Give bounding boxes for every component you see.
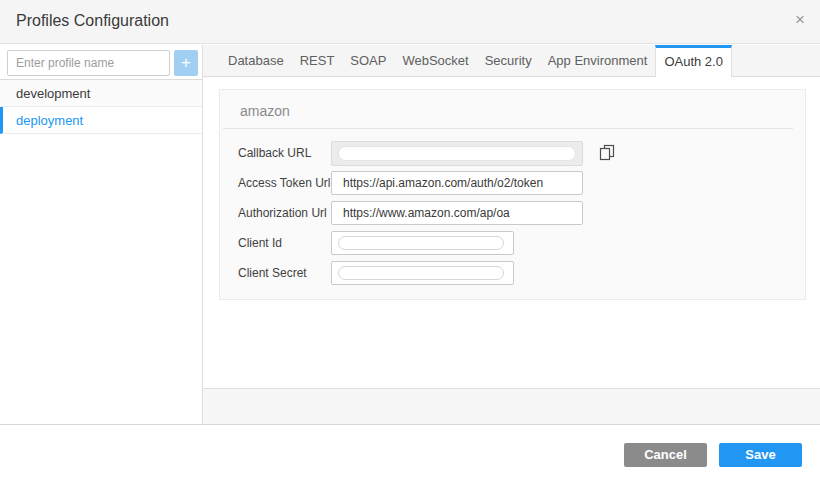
dialog-title: Profiles Configuration [16,12,169,30]
oauth-tab-content: amazon Callback URL [203,77,820,388]
redacted-callback-url-value [338,146,576,161]
field-row-client-id: Client Id [220,228,805,258]
access-token-url-label: Access Token Url [238,176,331,190]
profile-settings-panel: Database REST SOAP WebSocket Security Ap… [203,45,820,424]
authorization-url-input[interactable] [331,201,583,225]
save-button[interactable]: Save [719,443,802,467]
dialog-header: Profiles Configuration × [0,0,820,44]
access-token-url-input[interactable] [331,171,583,195]
tab-app-environment[interactable]: App Environment [540,45,656,76]
settings-tabbar: Database REST SOAP WebSocket Security Ap… [203,45,820,77]
field-row-authorization-url: Authorization Url [220,198,805,228]
client-id-label: Client Id [238,236,331,250]
amazon-oauth-panel: amazon Callback URL [219,89,806,300]
profiles-configuration-dialog: Profiles Configuration × + development d… [0,0,820,484]
client-id-input[interactable] [331,231,514,255]
dialog-body: + development deployment Database REST S… [0,45,820,425]
redacted-client-secret-value [338,266,504,280]
tab-database[interactable]: Database [220,45,292,76]
sidebar-item-deployment[interactable]: deployment [0,107,202,134]
dialog-footer: Cancel Save [0,426,820,484]
add-profile-button[interactable]: + [174,50,198,76]
redacted-client-id-value [338,236,504,250]
callback-url-input [331,141,583,166]
panel-footer-strip [203,388,820,424]
profile-add-row: + [0,45,202,80]
provider-title: amazon [220,90,805,128]
client-secret-label: Client Secret [238,266,331,280]
tab-soap[interactable]: SOAP [342,45,394,76]
close-icon[interactable]: × [790,10,810,30]
field-row-client-secret: Client Secret [220,258,805,288]
field-row-callback-url: Callback URL [220,138,805,168]
oauth-fields: Callback URL [220,129,805,288]
copy-icon[interactable] [597,143,617,163]
tab-rest[interactable]: REST [292,45,343,76]
profile-name-input[interactable] [7,50,170,76]
tab-oauth-2-0[interactable]: OAuth 2.0 [655,45,732,77]
cancel-button[interactable]: Cancel [624,443,707,467]
copy-icon-glyph [598,144,616,162]
sidebar-item-development[interactable]: development [0,80,202,107]
authorization-url-label: Authorization Url [238,206,331,220]
client-secret-input[interactable] [331,261,514,285]
profiles-sidebar: + development deployment [0,45,203,424]
tab-security[interactable]: Security [477,45,540,76]
field-row-access-token-url: Access Token Url [220,168,805,198]
callback-url-label: Callback URL [238,146,331,160]
tab-websocket[interactable]: WebSocket [394,45,476,76]
